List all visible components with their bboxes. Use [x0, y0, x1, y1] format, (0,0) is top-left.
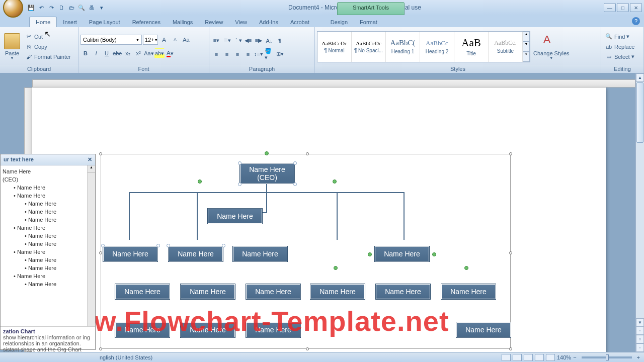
org-node[interactable]: Name Here	[169, 246, 223, 261]
font-color-button[interactable]: A▾	[165, 48, 175, 58]
style-nospacing[interactable]: AaBbCcDc¶ No Spaci...	[352, 32, 386, 62]
paste-button[interactable]: Paste▼	[2, 32, 22, 61]
dec-indent-button[interactable]: ◀≡	[243, 36, 253, 46]
undo-icon[interactable]: ↶	[37, 4, 45, 12]
status-language[interactable]: nglish (United States)	[100, 354, 152, 360]
org-node[interactable]: Name Here	[181, 284, 235, 299]
tab-format[interactable]: Format	[354, 17, 383, 27]
draft-view[interactable]	[546, 354, 555, 361]
shrink-font-button[interactable]: A	[170, 35, 180, 45]
gallery-down[interactable]: ▼	[523, 42, 530, 52]
highlight-button[interactable]: ab▾	[154, 48, 165, 58]
prev-page[interactable]: ◦	[636, 326, 644, 335]
style-heading2[interactable]: AaBbCcHeading 2	[420, 32, 454, 62]
tab-page-layout[interactable]: Page Layout	[83, 17, 126, 27]
inc-indent-button[interactable]: ≡▶	[254, 36, 264, 46]
zoom-level[interactable]: 140%	[557, 354, 571, 360]
numbering-button[interactable]: ≣▾	[222, 36, 232, 46]
redo-icon[interactable]: ↷	[47, 4, 55, 12]
org-node[interactable]: Name Here	[441, 284, 496, 299]
org-node[interactable]: Name Here	[310, 284, 365, 299]
save-icon[interactable]: 💾	[27, 4, 35, 12]
zoom-out-button[interactable]: −	[573, 354, 576, 360]
org-node[interactable]: Name Here	[208, 209, 262, 224]
org-node[interactable]: Name Here	[456, 322, 511, 337]
text-pane-item[interactable]: • Name Here	[3, 232, 93, 240]
org-node[interactable]: Name Here	[375, 246, 429, 261]
align-center-button[interactable]: ≡	[222, 49, 232, 59]
horizontal-ruler[interactable]	[32, 79, 635, 87]
align-right-button[interactable]: ≡	[232, 49, 243, 59]
tab-design[interactable]: Design	[325, 17, 354, 27]
strike-button[interactable]: abc	[112, 48, 122, 58]
text-pane-item[interactable]: • Name Here	[3, 272, 93, 280]
font-size-combo[interactable]: 12+▼	[143, 35, 158, 45]
browse-obj[interactable]: ○	[636, 335, 644, 343]
zoom-slider[interactable]	[582, 356, 632, 358]
text-pane-scrollbar[interactable]: ▲	[87, 165, 95, 326]
preview-icon[interactable]: 🔍	[77, 4, 86, 12]
text-pane-item[interactable]: • Name Here	[3, 224, 93, 232]
minimize-button[interactable]: —	[604, 3, 616, 12]
align-left-button[interactable]: ≡	[211, 49, 221, 59]
text-pane-item[interactable]: • Name Here	[3, 216, 93, 224]
vertical-scrollbar[interactable]: ▲ ▼ ◦ ○ ◦	[635, 73, 644, 352]
close-button[interactable]: ✕	[630, 3, 642, 12]
tab-acrobat[interactable]: Acrobat	[284, 17, 315, 27]
text-pane-item[interactable]: • Name Here	[3, 280, 93, 288]
text-pane-item[interactable]: (CEO)	[3, 175, 93, 184]
bold-button[interactable]: B	[80, 48, 91, 58]
open-icon[interactable]: 🗁	[67, 4, 75, 12]
org-node[interactable]: Name Here	[115, 284, 170, 299]
clear-format-button[interactable]: Aa	[181, 35, 191, 45]
zoom-in-button[interactable]: +	[637, 354, 640, 360]
show-marks-button[interactable]: ¶	[275, 36, 285, 46]
copy-button[interactable]: ⎘Copy	[23, 42, 72, 51]
shading-button[interactable]: 🪣▾	[264, 49, 274, 59]
scroll-thumb[interactable]	[636, 82, 643, 143]
sort-button[interactable]: A↓	[264, 36, 274, 46]
org-node[interactable]: Name Here	[376, 284, 430, 299]
font-name-combo[interactable]: Calibri (Body)▼	[80, 35, 142, 45]
next-page[interactable]: ◦	[636, 343, 644, 352]
tab-addins[interactable]: Add-Ins	[253, 17, 284, 27]
line-spacing-button[interactable]: ↕≡▾	[254, 49, 264, 59]
text-pane-close[interactable]: ✕	[88, 156, 92, 163]
text-pane-item[interactable]: Name Here	[3, 167, 93, 175]
fullscreen-view[interactable]	[513, 354, 522, 361]
text-pane-item[interactable]: • Name Here	[3, 240, 93, 248]
change-case-button[interactable]: Aa▾	[144, 48, 154, 58]
org-node[interactable]: Name Here	[103, 246, 157, 261]
cut-button[interactable]: ✂Cut	[23, 32, 72, 41]
maximize-button[interactable]: □	[617, 3, 629, 12]
subscript-button[interactable]: x₂	[123, 48, 133, 58]
justify-button[interactable]: ≡	[243, 49, 253, 59]
select-button[interactable]: ▭Select ▾	[603, 52, 636, 61]
style-subtitle[interactable]: AaBbCc.Subtitle	[489, 32, 523, 62]
text-pane-item[interactable]: • Name Here	[3, 256, 93, 264]
multilevel-button[interactable]: ⋮▾	[232, 36, 243, 46]
gallery-up[interactable]: ▲	[523, 32, 530, 42]
bullets-button[interactable]: ≡▾	[211, 36, 221, 46]
print-layout-view[interactable]	[502, 354, 511, 361]
tab-insert[interactable]: Insert	[57, 17, 83, 27]
smartart-text-pane[interactable]: ur text here✕ ▲ Name Here(CEO)• Name Her…	[0, 154, 96, 350]
web-view[interactable]	[524, 354, 533, 361]
print-icon[interactable]: 🖶	[88, 4, 96, 12]
superscript-button[interactable]: x²	[133, 48, 143, 58]
text-pane-item[interactable]: • Name Here	[3, 184, 93, 192]
qat-more-icon[interactable]: ▾	[98, 4, 106, 12]
style-heading1[interactable]: AaBbC(Heading 1	[386, 32, 420, 62]
text-pane-item[interactable]: • Name Here	[3, 208, 93, 216]
format-painter-button[interactable]: 🖌Format Painter	[23, 52, 72, 61]
help-icon[interactable]: ?	[632, 17, 640, 25]
org-node[interactable]: Name Here	[233, 246, 287, 261]
text-pane-item[interactable]: • Name Here	[3, 248, 93, 256]
style-normal[interactable]: AaBbCcDc¶ Normal	[317, 32, 352, 62]
gallery-more[interactable]: ▾	[523, 52, 530, 62]
styles-gallery[interactable]: AaBbCcDc¶ Normal AaBbCcDc¶ No Spaci... A…	[317, 31, 530, 62]
text-pane-body[interactable]: ▲ Name Here(CEO)• Name Here• Name Here• …	[1, 165, 95, 326]
borders-button[interactable]: ⊞▾	[275, 49, 285, 59]
tab-references[interactable]: References	[126, 17, 167, 27]
text-pane-item[interactable]: • Name Here	[3, 200, 93, 208]
